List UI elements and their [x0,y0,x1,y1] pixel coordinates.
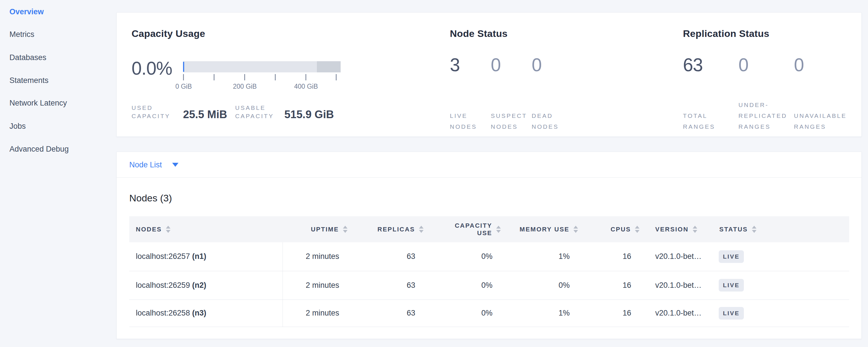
dead-nodes-label: DEAD NODES [532,111,572,132]
cpus-cell: 16 [581,299,642,327]
column-header-uptime[interactable]: UPTIME [283,216,350,242]
under-replicated-ranges-value: 0 [739,56,794,74]
sidebar-item-advanced-debug[interactable]: Advanced Debug [9,144,69,154]
sort-icon[interactable] [496,226,501,233]
sort-icon[interactable] [635,226,640,233]
capacity-used-percent: 0.0% [131,58,172,79]
column-header-cpus[interactable]: CPUS [581,216,642,242]
axis-label-0gib: 0 GiB [175,83,192,90]
version-cell: v20.1.0-bet… [642,242,715,271]
unavailable-ranges-stat: 0 UNAVAILABLE RANGES [794,56,849,132]
table-row-node-3[interactable]: localhost:26258 (n3) 2 minutes 63 0% 1% … [129,299,849,327]
node-list-card: Node List Nodes (3) NODES UPTIME REPLICA… [116,152,862,339]
sidebar-item-metrics[interactable]: Metrics [9,29,34,39]
live-nodes-value: 3 [450,56,491,74]
unavailable-ranges-value: 0 [794,56,849,74]
column-label: VERSION [655,226,689,233]
capacity-gauge-axis-labels: 0 GiB 200 GiB 400 GiB [183,83,341,91]
dead-nodes-value: 0 [532,56,572,74]
column-label: UPTIME [311,226,339,233]
sort-icon[interactable] [166,226,170,233]
usable-capacity-label: USABLE CAPACITY [235,103,284,120]
memory-use-cell: 0% [504,271,581,299]
sort-icon[interactable] [574,226,578,233]
column-label: CAPACITY USE [454,222,492,237]
node-address-cell: localhost:26258 (n3) [129,299,283,327]
column-label: REPLICAS [377,226,415,233]
sidebar: Overview Metrics Databases Statements Ne… [0,0,116,347]
node-status-stats: 3 LIVE NODES 0 SUSPECT NODES 0 DEAD NODE… [450,56,572,132]
status-badge: LIVE [719,279,744,291]
status-cell: LIVE [715,271,849,299]
status-badge: LIVE [719,250,744,263]
replication-stats: 63 TOTAL RANGES 0 UNDER-REPLICATED RANGE… [683,56,849,132]
table-header-row: NODES UPTIME REPLICAS CAPACITY USE MEMOR… [129,216,849,242]
capacity-gauge-track [183,61,341,72]
nodes-table-title: Nodes (3) [129,192,172,204]
replication-status-title: Replication Status [683,28,769,39]
axis-label-200gib: 200 GiB [233,83,256,90]
column-label: MEMORY USE [520,226,569,233]
column-header-status[interactable]: STATUS [715,216,849,242]
column-header-version[interactable]: VERSION [642,216,715,242]
sort-icon[interactable] [343,226,347,233]
node-list-dropdown[interactable]: Node List [129,159,179,170]
column-header-memory-use[interactable]: MEMORY USE [504,216,581,242]
memory-use-cell: 1% [504,299,581,327]
sort-icon[interactable] [693,226,697,233]
total-ranges-label: TOTAL RANGES [683,111,739,132]
live-nodes-label: LIVE NODES [450,111,491,132]
column-header-replicas[interactable]: REPLICAS [350,216,427,242]
column-header-capacity-use[interactable]: CAPACITY USE [427,216,504,242]
status-badge: LIVE [719,307,744,319]
total-ranges-stat: 63 TOTAL RANGES [683,56,739,132]
replicas-cell: 63 [350,299,427,327]
column-label: STATUS [719,226,748,233]
suspect-nodes-stat: 0 SUSPECT NODES [491,56,532,132]
suspect-nodes-value: 0 [491,56,532,74]
column-label: CPUS [611,226,631,233]
sidebar-item-databases[interactable]: Databases [9,53,46,62]
sidebar-item-overview[interactable]: Overview [9,7,44,17]
sidebar-item-jobs[interactable]: Jobs [9,121,26,131]
cpus-cell: 16 [581,242,642,271]
capacity-gauge: 0 GiB 200 GiB 400 GiB [183,61,341,91]
capacity-gauge-ticks [183,74,341,81]
total-ranges-value: 63 [683,56,739,74]
dead-nodes-stat: 0 DEAD NODES [532,56,572,132]
capacity-use-cell: 0% [427,271,504,299]
node-address-cell: localhost:26257 (n1) [129,242,283,271]
memory-use-cell: 1% [504,242,581,271]
live-nodes-stat: 3 LIVE NODES [450,56,491,132]
sort-icon[interactable] [752,226,756,233]
capacity-gauge-used-indicator [183,62,184,72]
nodes-table: NODES UPTIME REPLICAS CAPACITY USE MEMOR… [129,216,849,327]
uptime-cell: 2 minutes [283,299,350,327]
uptime-cell: 2 minutes [283,271,350,299]
cluster-summary-card: Capacity Usage 0.0% 0 GiB 200 GiB 400 Gi… [116,12,862,137]
uptime-cell: 2 minutes [283,242,350,271]
sort-icon[interactable] [419,226,424,233]
under-replicated-ranges-stat: 0 UNDER-REPLICATED RANGES [739,56,794,132]
unavailable-ranges-label: UNAVAILABLE RANGES [794,111,849,132]
capacity-usage-title: Capacity Usage [131,28,205,39]
sidebar-item-statements[interactable]: Statements [9,75,49,85]
column-label: NODES [136,226,162,233]
usable-capacity-value: 515.9 GiB [284,109,334,120]
node-list-dropdown-label: Node List [129,159,162,170]
table-row-node-2[interactable]: localhost:26259 (n2) 2 minutes 63 0% 0% … [129,271,849,299]
used-capacity-label: USED CAPACITY [131,103,183,120]
table-row-node-1[interactable]: localhost:26257 (n1) 2 minutes 63 0% 1% … [129,242,849,271]
under-replicated-ranges-label: UNDER-REPLICATED RANGES [739,99,794,132]
capacity-use-cell: 0% [427,299,504,327]
capacity-stats: USED CAPACITY 25.5 MiB USABLE CAPACITY 5… [131,103,342,120]
capacity-use-cell: 0% [427,242,504,271]
view-selector-row: Node List [117,152,861,178]
axis-label-400gib: 400 GiB [294,83,318,90]
column-header-nodes[interactable]: NODES [129,216,283,242]
status-cell: LIVE [715,242,849,271]
replicas-cell: 63 [350,271,427,299]
node-status-title: Node Status [450,28,508,39]
suspect-nodes-label: SUSPECT NODES [491,111,532,132]
sidebar-item-network-latency[interactable]: Network Latency [9,98,67,108]
